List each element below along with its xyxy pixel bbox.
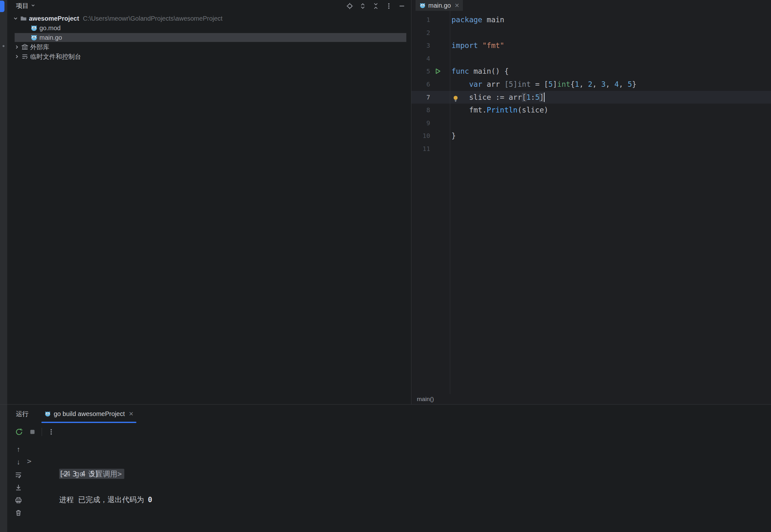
line-number[interactable]: 1 [412,13,430,26]
text-caret [544,92,545,102]
active-tool-window-indicator[interactable] [0,1,4,12]
line-number[interactable]: 5 [412,65,430,78]
editor-tab-bar: main.go × [412,0,771,11]
code-line[interactable]: 6 var arr [5]int = [5]int{1, 2, 3, 4, 5} [412,78,771,91]
node-name: 外部库 [30,43,49,51]
run-gutter-icon[interactable] [430,65,450,78]
minimize-icon [398,2,406,10]
code-lines: 1package main23import "fmt"45func main()… [412,13,771,155]
tree-row-project-root[interactable]: awesomeProject C:\Users\meowr\GolandProj… [7,14,411,23]
expand-all-button[interactable] [358,2,367,10]
collapse-all-button[interactable] [372,2,380,10]
editor-tab-maingo[interactable]: main.go × [416,0,463,11]
tree-row-gomod[interactable]: go.mod [7,23,411,33]
line-number[interactable]: 3 [412,39,430,52]
line-number[interactable]: 11 [412,142,430,155]
line-number[interactable]: 9 [412,117,430,130]
breadcrumb-item[interactable]: main() [417,396,434,402]
code-editor[interactable]: 1package main23import "fmt"45func main()… [412,11,771,394]
code-text [450,26,771,39]
run-tool-window: 运行 go build awesomeProject × ↑ ↓ [7,405,771,532]
node-name: 临时文件和控制台 [30,52,81,61]
go-file-icon [44,411,51,417]
gutter-slot [430,129,450,142]
stop-icon [29,428,36,436]
line-number[interactable]: 6 [412,78,430,91]
code-text [450,142,771,155]
chevron-down-icon[interactable] [12,15,19,22]
code-text: package main [450,13,771,26]
kebab-menu-icon [385,2,393,10]
breadcrumb-bar: main() [412,394,771,404]
code-line[interactable]: 5func main() { [412,65,771,78]
rerun-button[interactable] [15,428,23,436]
gutter-slot [430,142,450,155]
exit-code: 0 [148,495,152,504]
close-run-tab-icon[interactable]: × [127,410,133,418]
line-number[interactable]: 4 [412,52,430,65]
gutter-slot [430,117,450,130]
chevron-right-icon[interactable] [14,53,20,60]
hide-tool-window-button[interactable] [398,2,406,10]
code-line[interactable]: 11 [412,142,771,155]
gutter-slot [430,52,450,65]
project-view-selector[interactable]: 项目 [7,2,36,10]
run-console[interactable]: > <4 go 设置调用> [2 3 4 5] 进程 已完成，退出代码为0 [7,442,771,493]
console-line-blank [7,467,771,481]
code-line[interactable]: 2 [412,26,771,39]
code-line[interactable]: 1package main [412,13,771,26]
print-button[interactable] [15,496,22,504]
code-text: slice := arr[1:5] [450,91,771,104]
line-number[interactable]: 8 [412,104,430,117]
line-number[interactable]: 7 [412,91,430,104]
gutter-slot [430,13,450,26]
go-file-icon [31,34,38,41]
code-text: } [450,129,771,142]
project-root-name: awesomeProject [29,15,79,22]
file-name: main.go [39,34,62,41]
code-line[interactable]: 10} [412,129,771,142]
folder-icon [20,15,27,22]
more-options-button[interactable] [385,2,393,10]
bulb-icon [452,95,460,102]
run-toolbar [15,423,55,441]
gutter-slot [430,91,450,104]
locate-icon [346,2,353,10]
run-more-options-button[interactable] [47,428,55,436]
tree-row-maingo[interactable]: main.go [7,33,411,42]
code-text: fmt.Println(slice) [450,104,771,117]
go-file-icon [420,2,426,9]
go-file-icon [31,24,38,31]
gutter-slot [430,26,450,39]
kebab-menu-icon [47,428,55,436]
clear-console-button[interactable] [15,509,22,517]
scratches-icon [21,53,28,60]
stop-button[interactable] [28,428,37,436]
code-text [450,117,771,130]
gutter-separator [450,11,450,394]
project-panel-actions [345,2,411,10]
console-line-output: [2 3 4 5] [7,455,771,468]
intention-bulb-icon[interactable] [452,93,460,101]
code-line[interactable]: 7 slice := arr[1:5] [412,91,771,104]
editor-area: main.go × 1package main23import "fmt"45f… [412,0,771,404]
run-tab-go-build[interactable]: go build awesomeProject × [40,405,138,423]
line-number[interactable]: 2 [412,26,430,39]
project-tree: awesomeProject C:\Users\meowr\GolandProj… [7,14,411,61]
code-line[interactable]: 8 fmt.Println(slice) [412,104,771,117]
tree-row-external-libraries[interactable]: 外部库 [7,42,411,52]
code-text: import "fmt" [450,39,771,52]
code-line[interactable]: 4 [412,52,771,65]
tree-row-scratches[interactable]: 临时文件和控制台 [7,52,411,61]
project-panel-header: 项目 [7,0,411,12]
code-line[interactable]: 9 [412,117,771,130]
gutter-slot [430,78,450,91]
locate-opened-file-button[interactable] [345,2,354,10]
project-tool-window: 项目 [7,0,411,404]
library-icon [21,44,28,51]
tool-window-stripe-dot[interactable] [3,45,4,47]
chevron-right-icon[interactable] [14,44,20,51]
line-number[interactable]: 10 [412,129,430,142]
code-line[interactable]: 3import "fmt" [412,39,771,52]
close-tab-icon[interactable]: × [454,2,459,9]
